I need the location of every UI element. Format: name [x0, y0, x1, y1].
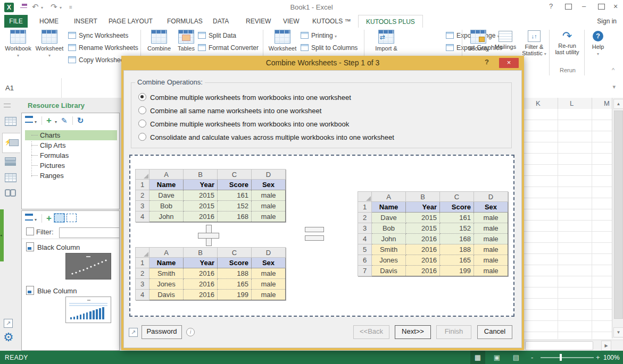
- zoom-out-button[interactable]: -: [531, 353, 533, 361]
- popout-pane-icon[interactable]: ↗: [4, 318, 13, 328]
- tree-item-pictures[interactable]: Pictures: [25, 160, 117, 171]
- ribbon-sync-worksheets-button[interactable]: Sync Worksheets: [68, 30, 128, 41]
- add-icon[interactable]: +: [46, 115, 52, 125]
- ribbon-rename-worksheets-button[interactable]: Rename Worksheets: [68, 43, 138, 53]
- tab-view[interactable]: VIEW: [280, 15, 303, 28]
- settings-gear-icon[interactable]: ⚙: [3, 331, 14, 344]
- layers-icon[interactable]: [5, 157, 16, 160]
- help-button[interactable]: ?: [549, 2, 553, 10]
- edit-icon[interactable]: ✎: [61, 116, 68, 125]
- vertical-scrollbar[interactable]: ▲ ▼: [612, 98, 623, 338]
- scroll-right-icon[interactable]: ▶: [601, 341, 611, 351]
- option-same-name-worksheets[interactable]: Combine all same name worksheets into on…: [138, 106, 321, 115]
- close-button[interactable]: ×: [613, 2, 618, 11]
- vertical-scroll-thumb[interactable]: [614, 111, 623, 319]
- tab-data[interactable]: DATA: [210, 15, 232, 28]
- radio-icon[interactable]: [138, 106, 146, 114]
- column-header-m[interactable]: M: [604, 99, 610, 107]
- dialog-close-button[interactable]: ×: [499, 58, 519, 68]
- ribbon-tables-button[interactable]: Tables: [175, 30, 198, 52]
- ribbon-workbook-button[interactable]: Workbook ▾: [3, 30, 33, 58]
- ribbon-display-options-icon[interactable]: [565, 3, 572, 11]
- refresh-icon[interactable]: ↻: [77, 116, 84, 125]
- collapse-ribbon-icon[interactable]: ^: [612, 67, 614, 73]
- column-headers[interactable]: K L M: [524, 98, 612, 109]
- radio-icon[interactable]: [138, 133, 146, 141]
- ribbon-security-button[interactable]: Security: [465, 30, 492, 52]
- formula-bar-expand-icon[interactable]: ▾: [612, 83, 616, 90]
- ribbon-help-button[interactable]: ? Help ▾: [586, 30, 610, 56]
- tab-insert[interactable]: INSERT: [71, 15, 101, 28]
- ribbon-printing-button[interactable]: Printing ▾: [301, 30, 337, 41]
- tab-page-layout[interactable]: PAGE LAYOUT: [105, 15, 156, 28]
- ribbon-mailings-button[interactable]: Mailings: [492, 30, 519, 50]
- popout-icon[interactable]: ↗: [129, 327, 138, 337]
- option-consolidate-values[interactable]: Consolidate and calculate values across …: [138, 133, 394, 141]
- ribbon-filter-statistic-button[interactable]: ↓↑ Filter & Statistic ▾: [520, 30, 548, 56]
- page-break-view-icon[interactable]: ▤: [509, 351, 524, 364]
- sheet-grid[interactable]: [524, 109, 612, 339]
- next-button[interactable]: Next>>: [395, 325, 431, 339]
- menu-icon[interactable]: [25, 116, 33, 123]
- ribbon-worksheet-design-button[interactable]: Worksheet: [267, 30, 298, 52]
- zoom-in-button[interactable]: +: [596, 353, 600, 361]
- tab-kutools[interactable]: KUTOOLS ™: [309, 15, 354, 28]
- scroll-up-icon[interactable]: ▲: [613, 99, 623, 109]
- tab-review[interactable]: REVIEW: [243, 15, 274, 28]
- tab-file[interactable]: FILE: [4, 15, 28, 28]
- cancel-button[interactable]: Cancel: [477, 325, 512, 339]
- menu-icon[interactable]: [25, 214, 33, 221]
- tree-item-clip-arts[interactable]: Clip Arts: [25, 140, 117, 150]
- info-icon[interactable]: i: [186, 328, 195, 336]
- dropdown-arrow-icon[interactable]: ▾: [55, 120, 57, 124]
- dialog-help-icon[interactable]: ?: [485, 58, 489, 66]
- filter-checkbox[interactable]: [26, 227, 34, 235]
- ribbon-copy-worksheets-button[interactable]: Copy Worksheets: [68, 55, 129, 65]
- page-layout-view-icon[interactable]: ▣: [489, 351, 504, 364]
- pane-options-icon[interactable]: [4, 104, 11, 107]
- password-button[interactable]: Password: [142, 325, 182, 339]
- scroll-down-icon[interactable]: ▼: [613, 327, 623, 337]
- ribbon-import-export-button[interactable]: ⇄ Import &: [370, 30, 403, 52]
- option-combine-into-one-worksheet[interactable]: Combine multiple worksheets from workboo…: [138, 93, 351, 101]
- tree-item-formulas[interactable]: Formulas: [25, 150, 117, 160]
- tab-home[interactable]: HOME: [36, 15, 62, 28]
- option-combine-into-one-workbook[interactable]: Combine multiple worksheets from workboo…: [138, 120, 349, 128]
- horizontal-scroll-thumb[interactable]: [525, 341, 593, 350]
- list-item-blue-column[interactable]: Blue Column: [26, 286, 77, 295]
- zoom-slider-track[interactable]: [541, 357, 594, 358]
- sign-in-link[interactable]: Sign in: [597, 15, 617, 28]
- normal-view-icon[interactable]: ▦: [470, 351, 485, 364]
- name-box[interactable]: A1: [0, 78, 62, 98]
- column-header-k[interactable]: K: [536, 99, 541, 107]
- resource-library-tab[interactable]: ⚡: [2, 133, 20, 153]
- tab-kutools-plus[interactable]: KUTOOLS PLUS: [358, 15, 423, 28]
- dialog-title[interactable]: Combine Worksheets - Step 1 of 3: [121, 56, 524, 70]
- list-item-black-column[interactable]: Black Column: [26, 242, 80, 252]
- insert-resource-icon[interactable]: [54, 214, 64, 222]
- tree-item-ranges[interactable]: Ranges: [25, 171, 117, 181]
- grid-pane-icon[interactable]: [5, 173, 16, 182]
- radio-selected-icon[interactable]: [138, 93, 146, 101]
- worksheet-pane-icon[interactable]: [5, 117, 16, 126]
- dropdown-arrow-icon[interactable]: ▾: [35, 217, 37, 222]
- filter-input[interactable]: [59, 227, 120, 238]
- ribbon-rerun-button[interactable]: ↷ Re-run last utility: [551, 30, 583, 55]
- add-icon[interactable]: +: [46, 213, 52, 223]
- dropdown-arrow-icon[interactable]: ▾: [35, 120, 37, 124]
- ribbon-split-data-button[interactable]: Split Data: [198, 30, 236, 41]
- blue-column-thumbnail[interactable]: [65, 297, 111, 323]
- ribbon-split-to-columns-button[interactable]: Split to Columns: [301, 43, 358, 53]
- insert-as-picture-icon[interactable]: [67, 214, 77, 222]
- restore-button[interactable]: [598, 3, 605, 11]
- zoom-level[interactable]: 100%: [603, 354, 620, 361]
- radio-icon[interactable]: [138, 120, 146, 128]
- ribbon-combine-button[interactable]: Combine: [145, 30, 173, 52]
- zoom-slider-thumb[interactable]: [560, 354, 562, 361]
- horizontal-scrollbar[interactable]: ▶: [524, 340, 623, 351]
- black-column-thumbnail[interactable]: [65, 253, 111, 280]
- ribbon-format-converter-button[interactable]: Format Converter: [198, 43, 259, 53]
- tree-item-charts[interactable]: Charts: [25, 130, 117, 140]
- tab-formulas[interactable]: FORMULAS: [164, 15, 206, 28]
- minimize-button[interactable]: –: [582, 2, 586, 10]
